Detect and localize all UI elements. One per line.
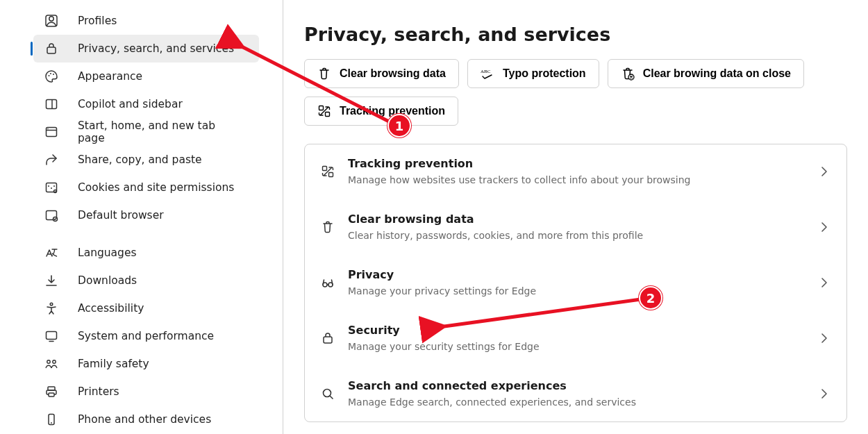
sidebar-item-accessibility[interactable]: Accessibility [33,294,259,322]
abc-icon [481,67,494,81]
sidebar-item-label: Appearance [78,70,142,83]
sidebar-item-phone-and-other-devices[interactable]: Phone and other devices [33,406,259,433]
sidebar-item-label: Profiles [78,15,117,27]
lock-icon [44,42,58,56]
printer-icon [44,385,58,399]
row-desc: Manage how websites use trackers to coll… [348,174,805,185]
glasses-icon [320,275,335,290]
sidebar-item-label: Downloads [78,274,137,287]
row-title: Search and connected experiences [348,379,805,392]
sidebar-item-cookies-and-site-permissions[interactable]: Cookies and site permissions [33,174,259,201]
row-title: Clear browsing data [348,212,805,226]
sidebar-item-printers[interactable]: Printers [33,378,259,406]
accessibility-icon [44,301,58,315]
page-title: Privacy, search, and services [304,24,847,45]
chip-label: Clear browing data on close [643,67,791,80]
trash-x-icon [621,67,635,81]
settings-row-clear-browsing-data[interactable]: Clear browsing dataClear history, passwo… [305,199,846,255]
chip-label: Typo protection [503,67,586,80]
chevron-right-icon [817,165,831,178]
phone-icon [44,412,58,426]
sidebar-item-label: Family safety [78,358,149,370]
row-desc: Manage your privacy settings for Edge [348,285,805,297]
sidebar-item-label: Accessibility [78,302,144,315]
sidebar-item-label: System and performance [78,330,214,342]
settings-list-panel: Tracking preventionManage how websites u… [304,144,847,422]
settings-row-security[interactable]: SecurityManage your security settings fo… [305,310,846,366]
sidebar-item-system-and-performance[interactable]: System and performance [33,322,259,350]
sidebar-item-downloads[interactable]: Downloads [33,267,259,294]
family-icon [44,357,58,371]
download-icon [44,274,58,287]
tracking-icon [317,104,331,118]
settings-row-search-and-connected-experiences[interactable]: Search and connected experiencesManage E… [305,366,846,422]
startpage-icon [44,125,58,139]
sidebar-item-share-copy-and-paste[interactable]: Share, copy, and paste [33,146,259,174]
sidebar-item-label: Printers [78,385,119,398]
sidebar-item-privacy-search-and-services[interactable]: Privacy, search, and services [33,35,259,62]
chevron-right-icon [817,331,831,345]
sidebar-item-label: Privacy, search, and services [78,42,234,55]
sidebar-item-default-browser[interactable]: Default browser [33,201,259,229]
chip-clear-browing-data-on-close[interactable]: Clear browing data on close [608,59,804,88]
chip-label: Tracking prevention [340,105,445,117]
chip-label: Clear browsing data [340,67,446,80]
sidebar-item-label: Start, home, and new tab page [78,119,245,144]
sidebar-item-label: Share, copy, and paste [78,153,202,166]
sidebar-item-profiles[interactable]: Profiles [33,7,259,35]
tracking-icon [320,164,335,179]
sidebar-item-copilot-and-sidebar[interactable]: Copilot and sidebar [33,90,259,118]
row-desc: Manage Edge search, connected experience… [348,397,805,408]
trash-icon [320,219,335,235]
settings-sidebar: ProfilesPrivacy, search, and servicesApp… [0,0,283,434]
palette-icon [44,69,58,83]
sidebar-item-label: Cookies and site permissions [78,181,234,194]
default-browser-icon [44,208,58,222]
sidebar-item-label: Phone and other devices [78,413,211,426]
cookies-icon [44,181,58,194]
system-icon [44,329,58,343]
search-icon [320,386,335,401]
chip-clear-browsing-data[interactable]: Clear browsing data [304,59,459,88]
profile-icon [44,14,58,28]
chip-typo-protection[interactable]: Typo protection [467,59,599,88]
row-desc: Clear history, passwords, cookies, and m… [348,230,805,241]
row-title: Tracking prevention [348,157,805,170]
row-title: Security [348,324,805,337]
sidebar-item-appearance[interactable]: Appearance [33,62,259,90]
chevron-right-icon [817,387,831,401]
chevron-right-icon [817,276,831,290]
languages-icon [44,246,58,260]
sidebar-item-start-home-and-new-tab-page[interactable]: Start, home, and new tab page [33,118,259,146]
sidebar-item-label: Copilot and sidebar [78,98,183,110]
sidebar-icon [44,97,58,111]
chip-tracking-prevention[interactable]: Tracking prevention [304,97,458,126]
share-icon [44,153,58,167]
trash-icon [317,67,331,81]
sidebar-item-label: Languages [78,247,137,259]
main-content: Privacy, search, and services Clear brow… [283,0,868,434]
quick-actions-row: Clear browsing dataTypo protectionClear … [304,59,847,126]
row-desc: Manage your security settings for Edge [348,341,805,352]
sidebar-item-family-safety[interactable]: Family safety [33,350,259,378]
chevron-right-icon [817,220,831,234]
settings-row-tracking-prevention[interactable]: Tracking preventionManage how websites u… [305,144,846,199]
row-title: Privacy [348,268,805,281]
sidebar-item-label: Default browser [78,209,164,222]
sidebar-item-languages[interactable]: Languages [33,239,259,267]
lock-icon [320,331,335,346]
settings-row-privacy[interactable]: PrivacyManage your privacy settings for … [305,255,846,310]
